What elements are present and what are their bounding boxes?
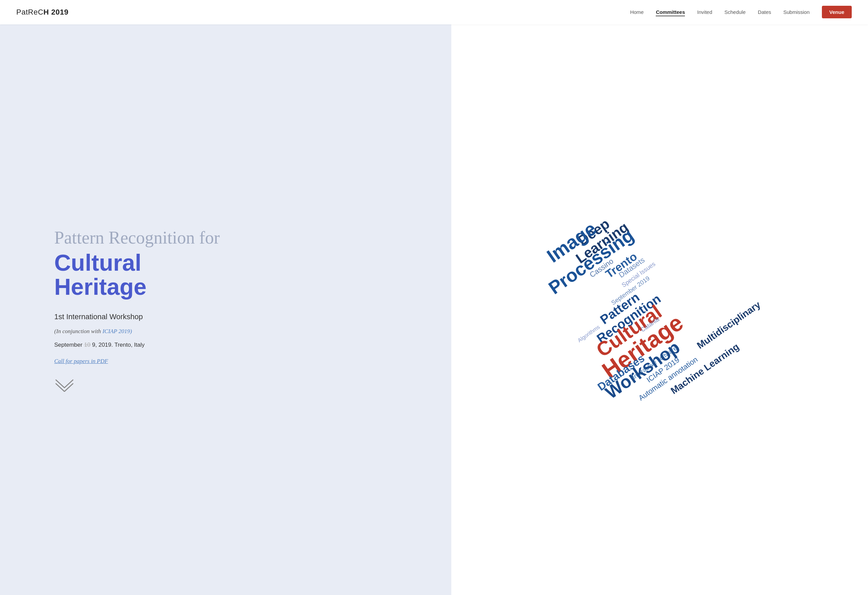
chevron-down-icon [54,378,75,392]
hero-cfp: Call for papers in PDF [54,358,424,365]
hero-right: DeepLearningImageProcessingCassinoTrento… [451,24,868,595]
hero-title-line1: Pattern Recognition for [54,228,424,248]
hero-date: September 10 9, 2019. Trento, Italy [54,342,424,348]
hero-section: Pattern Recognition for Cultural Heritag… [0,0,868,595]
hero-title-bold: Cultural Heritage [54,251,424,299]
nav-link-dates[interactable]: Dates [758,9,771,15]
hero-subtitle: 1st International Workshop [54,312,424,321]
nav-link-schedule[interactable]: Schedule [725,9,746,15]
word-cloud-word: Multidisciplinary [695,300,762,351]
date-rest: 9, 2019. Trento, Italy [90,342,145,348]
iciap-link[interactable]: ICIAP 2019) [102,328,132,335]
nav-link-submission[interactable]: Submission [783,9,810,15]
nav-link-invited[interactable]: Invited [697,9,712,15]
navbar: PatReCH 2019 HomeCommitteesInvitedSchedu… [0,0,868,24]
date-strikethrough: 10 [84,342,90,348]
word-cloud: DeepLearningImageProcessingCassinoTrento… [514,158,805,462]
nav-link-home[interactable]: Home [630,9,644,15]
conjunction-text: (In conjunction with [54,328,102,335]
nav-links: HomeCommitteesInvitedScheduleDatesSubmis… [630,9,852,15]
cfp-link[interactable]: Call for papers in PDF [54,358,108,364]
hero-title-cultural: Cultural [54,250,142,275]
nav-link-venue[interactable]: Venue [822,6,852,18]
hero-left: Pattern Recognition for Cultural Heritag… [0,24,451,595]
hero-title-heritage: Heritage [54,274,146,299]
hero-conjunction: (In conjunction with ICIAP 2019) [54,328,424,335]
logo-bold: H 2019 [43,8,68,16]
logo-prefix: PatReC [16,8,43,16]
scroll-down-arrow[interactable] [54,378,424,392]
nav-link-committees[interactable]: Committees [656,9,685,16]
date-prefix: September [54,342,84,348]
site-logo[interactable]: PatReCH 2019 [16,8,68,16]
